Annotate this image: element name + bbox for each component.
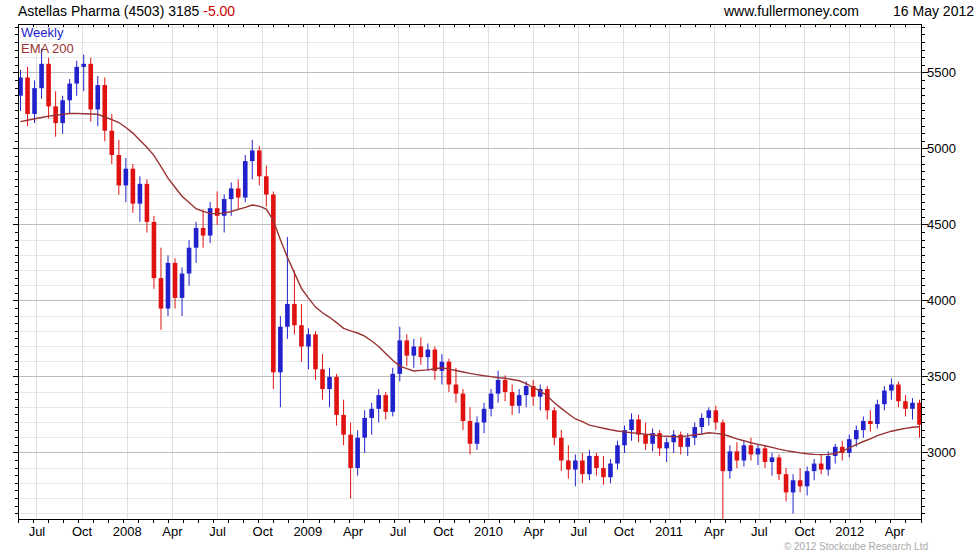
x-axis-label: Apr [331,524,375,539]
candle-up [397,340,402,373]
x-axis-label: Oct [241,524,285,539]
candle-down [215,208,220,216]
candle-down [173,263,178,298]
candle-up [524,386,529,395]
candle-up [882,391,887,405]
x-axis-label: Jul [15,524,59,539]
candle-down [643,435,648,444]
candle-down [868,421,873,424]
x-axis-label: Apr [150,524,194,539]
candle-down [903,401,908,409]
candle-up [60,100,65,123]
ema-legend-label: EMA 200 [21,42,74,56]
candle-down [419,347,424,358]
candle-down [320,369,325,389]
candle-down [749,445,754,454]
candle-down [503,380,508,392]
candle-down [461,394,466,421]
candle-up [489,394,494,409]
candle-up [847,439,852,453]
candle-up [770,457,775,462]
candle-down [292,304,297,325]
candle-down [102,85,107,131]
candle-down [896,384,901,401]
candle-down [433,350,438,371]
candle-up [608,464,613,478]
candle-up [229,188,234,199]
candle-up [67,84,72,101]
x-axis-label: 2009 [286,524,330,539]
x-axis-label: 2011 [647,524,691,539]
candle-up [362,418,367,438]
y-axis-label: 4500 [927,217,975,232]
candle-down [714,410,719,422]
candle-up [285,304,290,327]
candle-down [636,419,641,434]
candle-up [243,161,248,197]
candle-up [390,374,395,412]
candle-down [131,169,136,204]
candle-down [110,131,115,155]
timeframe-label: Weekly [21,26,63,40]
candle-down [447,362,452,385]
candle-up [440,362,445,371]
candle-down [566,460,571,469]
candle-down [468,421,473,444]
x-axis-label: Jul [196,524,240,539]
x-axis-label: Jul [376,524,420,539]
x-axis-label: Jul [557,524,601,539]
candle-up [306,334,311,346]
candle-down [236,188,241,197]
y-axis-label: 4000 [927,293,975,308]
candle-up [706,410,711,418]
candle-up [517,395,522,406]
candle-down [559,438,564,461]
candle-down [348,435,353,468]
x-axis-label: Apr [873,524,917,539]
candle-down [735,451,740,460]
candle-up [369,409,374,418]
candle-down [383,395,388,412]
y-axis-label: 5500 [927,65,975,80]
candle-down [784,474,789,492]
candle-up [875,404,880,424]
candle-up [692,427,697,438]
candle-up [791,480,796,492]
candle-down [299,325,304,346]
candle-down [334,377,339,415]
candle-up [278,327,283,373]
candle-up [180,274,185,298]
candle-up [166,263,171,309]
candle-down [159,278,164,308]
candle-up [629,419,634,430]
candle-up [18,77,23,95]
candle-up [376,395,381,409]
candle-up [826,456,831,470]
candle-down [404,340,409,355]
candle-down [798,480,803,486]
candle-up [587,456,592,474]
x-axis-label: Apr [512,524,556,539]
candle-down [145,184,150,222]
x-axis-label: Oct [783,524,827,539]
candle-down [25,77,30,113]
copyright-notice: © 2012 Stockcube Research Ltd [784,541,928,552]
price-chart-svg [0,0,980,560]
candle-up [74,67,79,84]
candle-down [552,410,557,437]
candle-up [854,430,859,439]
candle-down [46,64,51,107]
candle-up [32,88,37,114]
candle-up [685,438,690,447]
x-axis-label: Oct [60,524,104,539]
x-axis-label: Oct [602,524,646,539]
candle-up [138,184,143,204]
candle-down [721,422,726,471]
candle-up [664,442,669,448]
candle-down [510,392,515,406]
y-axis-label: 5000 [927,141,975,156]
candle-up [95,85,100,109]
candle-up [412,347,417,356]
candles [18,49,922,520]
x-axis-label: Jul [737,524,781,539]
